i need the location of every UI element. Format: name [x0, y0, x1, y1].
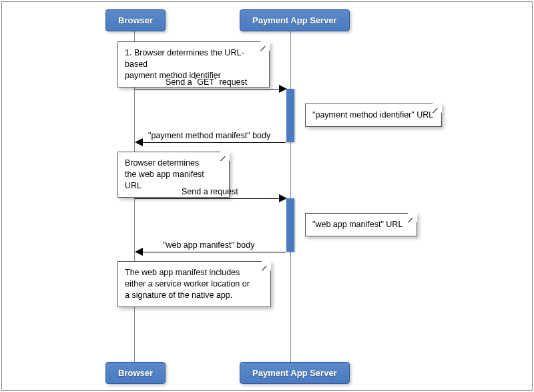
- msg-send-request-line: [135, 198, 282, 199]
- note-text: The web app manifest includeseither a se…: [125, 268, 250, 300]
- msg-get-request-label: Send a `GET` request: [166, 77, 247, 87]
- lifeline-server: [290, 31, 291, 363]
- participant-server-top: Payment App Server: [240, 9, 350, 31]
- msg-webapp-body-line: [142, 252, 286, 252]
- participant-label: Payment App Server: [252, 368, 337, 378]
- msg-webapp-body-label: "web app manifest" body: [163, 240, 254, 250]
- participant-browser-top: Browser: [105, 9, 166, 31]
- msg-manifest-body-arrow: [135, 138, 143, 146]
- participant-label: Payment App Server: [252, 15, 337, 25]
- note-pmi-url: "payment method identifier" URL: [305, 104, 442, 127]
- activation-server-2: [286, 198, 294, 252]
- participant-browser-bottom: Browser: [105, 362, 166, 384]
- participant-label: Browser: [118, 15, 153, 25]
- msg-get-request-line: [135, 89, 282, 89]
- msg-manifest-body-label: "payment method manifest" body: [148, 131, 270, 140]
- note-text: "payment method identifier" URL: [312, 110, 433, 120]
- participant-server-bottom: Payment App Server: [240, 362, 350, 384]
- note-text: 1. Browser determines the URL-basedpayme…: [125, 48, 244, 80]
- participant-label: Browser: [118, 368, 153, 378]
- note-final: The web app manifest includeseither a se…: [117, 261, 271, 307]
- msg-manifest-body-line: [142, 142, 286, 143]
- activation-server-1: [286, 89, 294, 142]
- note-webapp-manifest-url: "web app manifest" URL: [305, 213, 417, 236]
- msg-webapp-body-arrow: [135, 248, 143, 256]
- msg-send-request-label: Send a request: [182, 187, 238, 196]
- note-text: Browser determinesthe web app manifest U…: [125, 158, 204, 190]
- note-text: "web app manifest" URL: [312, 220, 403, 229]
